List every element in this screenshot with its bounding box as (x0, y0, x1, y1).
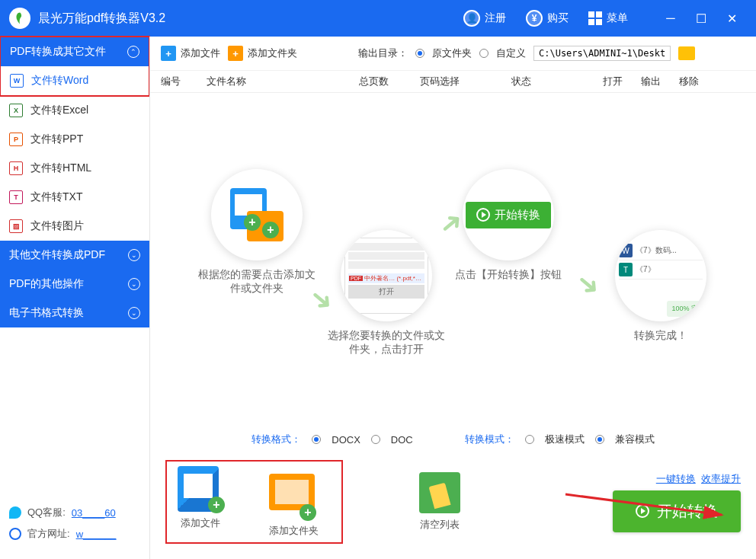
toolbar: +添加文件 +添加文件夹 输出目录： 原文件夹 自定义 (150, 37, 756, 70)
sidebar-section-ebook[interactable]: 电子书格式转换⌄ (0, 299, 149, 327)
html-icon: H (9, 161, 23, 175)
add-folder-card[interactable]: + 添加文件夹 (269, 466, 319, 538)
sidebar-item-excel[interactable]: X文件转Excel (0, 96, 149, 125)
toolbar-add-file[interactable]: +添加文件 (161, 46, 220, 61)
image-icon: ▨ (9, 219, 23, 233)
app-title: 晨光万能pdf转换器V3.2 (38, 11, 165, 27)
column-headers: 编号文件名称总页数页码选择状态打开输出移除 (150, 70, 756, 93)
close-button[interactable]: ✕ (716, 7, 747, 30)
maximize-button[interactable]: ☐ (686, 7, 716, 30)
promo-link-2[interactable]: 效率提升 (701, 473, 741, 484)
txt-icon: T (9, 190, 23, 204)
format-label: 转换格式： (251, 433, 301, 446)
main-panel: +添加文件 +添加文件夹 输出目录： 原文件夹 自定义 编号文件名称总页数页码选… (149, 37, 756, 559)
user-icon: 👤 (463, 10, 480, 27)
highlighted-action-group: + 添加文件 + 添加文件夹 (165, 460, 343, 544)
globe-icon (9, 528, 21, 540)
guide-step-1: ++ 根据您的需要点击添加文件或文件夹 (196, 169, 318, 295)
radio-custom-folder[interactable] (479, 49, 489, 58)
buy-button[interactable]: ¥购买 (518, 7, 576, 30)
output-path-input[interactable] (533, 46, 671, 61)
grid-icon (588, 11, 602, 25)
output-dir-label: 输出目录： (358, 46, 408, 60)
chevron-down-icon: ⌄ (128, 249, 140, 261)
yen-icon: ¥ (526, 10, 543, 27)
add-file-card[interactable]: + 添加文件 (178, 466, 223, 538)
chevron-down-icon: ⌄ (128, 307, 140, 319)
sidebar-item-word[interactable]: W文件转Word (1, 66, 149, 95)
radio-docx[interactable] (312, 435, 321, 444)
excel-icon: X (9, 104, 23, 117)
bottom-bar: + 添加文件 + 添加文件夹 清空列表 一键转换 效率提升 开始转换 (150, 452, 756, 559)
menu-button[interactable]: 菜单 (581, 8, 636, 28)
register-button[interactable]: 👤注册 (456, 7, 514, 30)
mode-label: 转换模式： (465, 433, 514, 446)
highlighted-nav-section: PDF转换成其它文件 ⌃ W文件转Word (0, 36, 150, 97)
title-bar: 晨光万能pdf转换器V3.2 👤注册 ¥购买 菜单 ─ ☐ ✕ (0, 0, 756, 37)
site-link[interactable]: w______ (76, 529, 117, 540)
sidebar-item-image[interactable]: ▨文件转图片 (0, 212, 149, 241)
clear-list-card[interactable]: 清空列表 (419, 472, 460, 532)
play-icon (636, 504, 649, 518)
radio-compat-mode[interactable] (595, 435, 604, 444)
radio-doc[interactable] (371, 435, 380, 444)
format-options: 转换格式： DOCX DOC 转换模式： 极速模式 兼容模式 (150, 426, 756, 452)
toolbar-add-folder[interactable]: +添加文件夹 (228, 46, 297, 61)
guide-area: ++ 根据您的需要点击添加文件或文件夹 ➜ PDF 中外著名… (*.pdf,*… (150, 93, 756, 426)
minimize-button[interactable]: ─ (655, 7, 686, 30)
word-icon: W (10, 74, 24, 88)
radio-fast-mode[interactable] (525, 435, 534, 444)
guide-step-2: PDF 中外著名… (*.pdf,*…打开 选择您要转换的文件或文件夹，点击打开 (325, 230, 447, 356)
guide-step-3: 开始转换 点击【开始转换】按钮 (440, 169, 577, 282)
sidebar-section-other-to-pdf[interactable]: 其他文件转换成PDF⌄ (0, 241, 149, 270)
guide-step-4: W《7》数码...T《7》100% 完成 转换完成！ (592, 230, 729, 343)
chevron-up-icon: ⌃ (127, 46, 139, 58)
sidebar-footer: QQ客服:03____60 官方网址:w______ (0, 490, 149, 559)
play-icon (476, 208, 490, 222)
sidebar-item-ppt[interactable]: P文件转PPT (0, 125, 149, 154)
sidebar-section-pdf-other-ops[interactable]: PDF的其他操作⌄ (0, 270, 149, 299)
start-convert-button[interactable]: 开始转换 (613, 490, 741, 532)
chevron-down-icon: ⌄ (128, 278, 140, 290)
sidebar-item-txt[interactable]: T文件转TXT (0, 183, 149, 212)
app-logo (9, 8, 30, 29)
qq-link[interactable]: 03____60 (72, 507, 116, 519)
sidebar-item-html[interactable]: H文件转HTML (0, 154, 149, 183)
promo-links: 一键转换 效率提升 (613, 472, 741, 486)
sidebar-section-pdf-to-other[interactable]: PDF转换成其它文件 ⌃ (1, 37, 149, 66)
ppt-icon: P (9, 133, 23, 146)
browse-folder-button[interactable] (678, 46, 695, 60)
radio-source-folder[interactable] (415, 49, 424, 58)
brush-icon (419, 472, 460, 513)
promo-link-1[interactable]: 一键转换 (656, 473, 696, 484)
plus-icon: + (161, 46, 176, 61)
qq-icon (9, 506, 21, 519)
plus-icon: + (228, 46, 243, 61)
sidebar: PDF转换成其它文件 ⌃ W文件转Word X文件转Excel P文件转PPT … (0, 37, 149, 559)
